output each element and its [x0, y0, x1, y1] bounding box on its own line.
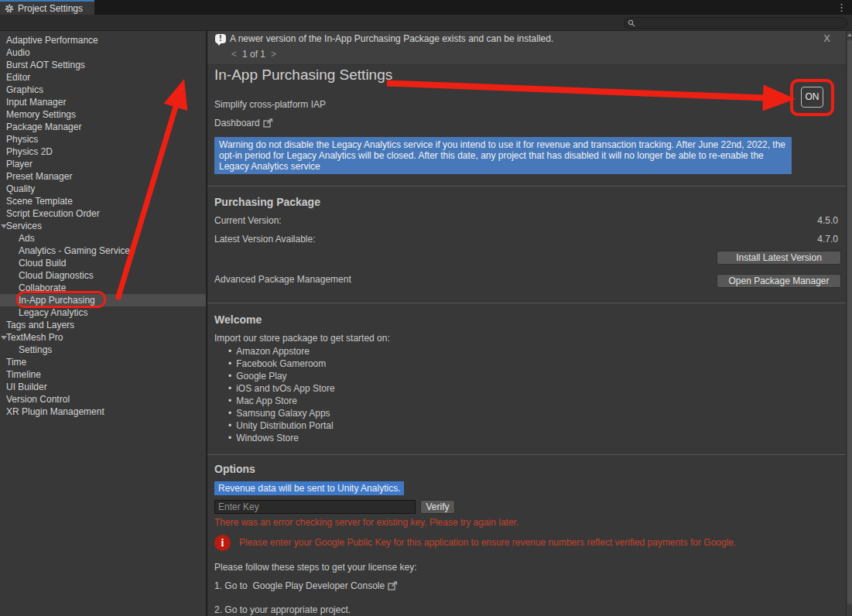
sidebar-item-adaptive-performance[interactable]: Adaptive Performance: [0, 34, 206, 46]
google-play-console-link[interactable]: Google Play Developer Console: [252, 580, 385, 591]
sidebar-item-label: Physics: [6, 134, 38, 145]
sidebar-item-textmesh-pro[interactable]: TextMesh Pro: [0, 331, 206, 344]
sidebar-item-physics-2d[interactable]: Physics 2D: [0, 145, 206, 158]
sidebar-item-label: TextMesh Pro: [6, 332, 63, 343]
page-title: In-App Purchasing Settings: [214, 67, 392, 84]
sidebar-item-ui-builder[interactable]: UI Builder: [0, 381, 206, 393]
sidebar-item-label: Burst AOT Settings: [6, 60, 85, 70]
sidebar-item-preset-manager[interactable]: Preset Manager: [0, 170, 206, 183]
sidebar-item-physics[interactable]: Physics: [0, 133, 206, 145]
sidebar-item-collaborate[interactable]: Collaborate: [0, 282, 206, 294]
revenue-analytics-note: Revenue data will be sent to Unity Analy…: [214, 481, 404, 495]
sidebar-item-label: Graphics: [6, 84, 43, 95]
banner-close-icon[interactable]: X: [823, 33, 830, 44]
sidebar-item-label: Settings: [19, 344, 52, 355]
kebab-menu-icon[interactable]: ⋮: [837, 1, 847, 14]
pager-prev-icon[interactable]: <: [231, 49, 237, 60]
sidebar-item-quality[interactable]: Quality: [0, 183, 206, 195]
sidebar-item-label: Input Manager: [6, 97, 66, 108]
sidebar-item-package-manager[interactable]: Package Manager: [0, 121, 206, 133]
google-key-note: Please enter your Google Public Key for …: [239, 537, 835, 548]
sidebar-item-cloud-build[interactable]: Cloud Build: [0, 257, 206, 269]
license-steps-intro: Please follow these steps to get your li…: [214, 562, 416, 573]
section-divider: [207, 303, 846, 303]
store-list-item: Unity Distribution Portal: [228, 419, 335, 432]
welcome-intro: Import our store package to get started …: [214, 333, 390, 344]
sidebar-item-memory-settings[interactable]: Memory Settings: [0, 108, 206, 121]
tab-title: Project Settings: [18, 3, 83, 14]
advanced-package-management-label: Advanced Package Management: [214, 274, 351, 285]
latest-version-value: 4.7.0: [817, 234, 838, 245]
install-latest-version-button[interactable]: Install Latest Version: [717, 251, 841, 265]
sidebar-item-label: Cloud Diagnostics: [19, 270, 94, 281]
key-check-error-text: There was an error checking server for e…: [214, 517, 518, 528]
sidebar-item-label: Package Manager: [6, 121, 81, 132]
sidebar-item-label: Preset Manager: [6, 171, 72, 182]
sidebar-item-services[interactable]: Services: [0, 220, 206, 232]
sidebar-item-label: Legacy Analytics: [19, 307, 87, 318]
sidebar-item-label: Script Execution Order: [6, 208, 100, 219]
store-list-item: Mac App Store: [228, 395, 335, 407]
sidebar-item-label: Cloud Build: [19, 258, 66, 269]
sidebar-item-label: Physics 2D: [6, 146, 53, 157]
sidebar-item-label: XR Plugin Management: [6, 406, 104, 417]
sidebar-item-settings[interactable]: Settings: [0, 344, 206, 356]
main-panel: [207, 31, 846, 616]
sidebar-item-scene-template[interactable]: Scene Template: [0, 195, 206, 207]
google-key-input[interactable]: [214, 500, 416, 514]
tab-project-settings[interactable]: Project Settings: [0, 0, 94, 15]
sidebar-item-tags-and-layers[interactable]: Tags and Layers: [0, 319, 206, 331]
store-list-item: iOS and tvOs App Store: [228, 382, 335, 395]
verify-button[interactable]: Verify: [420, 500, 455, 514]
project-settings-window: Project Settings ⋮ Adaptive PerformanceA…: [0, 0, 852, 616]
section-divider: [207, 454, 846, 455]
sidebar-item-label: Quality: [6, 183, 35, 194]
sidebar-item-label: Player: [6, 159, 33, 169]
store-list-item: Amazon Appstore: [228, 345, 335, 358]
sidebar-item-label: Analytics - Gaming Services: [19, 245, 135, 256]
sidebar-item-analytics-gaming-services[interactable]: Analytics - Gaming Services: [0, 245, 206, 257]
sidebar-item-in-app-purchasing[interactable]: In-App Purchasing: [0, 294, 206, 306]
scroll-up-icon[interactable]: [847, 33, 852, 36]
sidebar-item-timeline[interactable]: Timeline: [0, 368, 206, 381]
sidebar-item-label: Adaptive Performance: [6, 35, 98, 46]
current-version-label: Current Version:: [214, 215, 282, 226]
welcome-heading: Welcome: [214, 313, 262, 326]
sidebar-item-label: Services: [6, 221, 42, 231]
external-link-icon: [388, 581, 398, 593]
sidebar-item-player[interactable]: Player: [0, 158, 206, 170]
legacy-analytics-warning: Warning do not disable the Legacy Analyt…: [214, 137, 792, 174]
dashboard-link[interactable]: Dashboard: [214, 118, 273, 130]
open-package-manager-button[interactable]: Open Package Manager: [717, 274, 841, 288]
sidebar-item-script-execution-order[interactable]: Script Execution Order: [0, 207, 206, 220]
scrollbar-thumb[interactable]: [847, 39, 852, 604]
sidebar-item-xr-plugin-management[interactable]: XR Plugin Management: [0, 406, 206, 418]
sidebar-item-version-control[interactable]: Version Control: [0, 393, 206, 406]
sidebar-item-label: UI Builder: [6, 382, 47, 392]
pager-next-icon[interactable]: >: [271, 49, 276, 60]
sidebar-item-legacy-analytics[interactable]: Legacy Analytics: [0, 306, 206, 319]
search-icon: [628, 19, 635, 27]
search-box[interactable]: [624, 17, 847, 29]
foldout-triangle-icon[interactable]: [1, 224, 7, 228]
sidebar-item-label: In-App Purchasing: [19, 295, 95, 306]
step-2: 2. Go to your appropriate project.: [214, 604, 351, 615]
store-list-item: Facebook Gameroom: [228, 358, 335, 370]
iap-toggle-on-button[interactable]: ON: [801, 87, 823, 108]
sidebar-item-label: Editor: [6, 72, 30, 83]
sidebar-item-graphics[interactable]: Graphics: [0, 84, 206, 96]
banner-pager: < 1 of 1 >: [231, 49, 276, 60]
sidebar-item-label: Scene Template: [6, 196, 73, 207]
search-input[interactable]: [635, 19, 837, 28]
vertical-scrollbar[interactable]: [846, 31, 852, 616]
foldout-triangle-icon[interactable]: [1, 336, 7, 340]
section-divider: [207, 186, 846, 187]
sidebar-item-time[interactable]: Time: [0, 356, 206, 368]
sidebar-item-audio[interactable]: Audio: [0, 46, 206, 59]
banner-message: A newer version of the In-App Purchasing…: [230, 33, 553, 44]
sidebar-item-editor[interactable]: Editor: [0, 71, 206, 84]
sidebar-item-input-manager[interactable]: Input Manager: [0, 96, 206, 108]
sidebar-item-burst-aot-settings[interactable]: Burst AOT Settings: [0, 59, 206, 71]
sidebar-item-ads[interactable]: Ads: [0, 232, 206, 245]
sidebar-item-cloud-diagnostics[interactable]: Cloud Diagnostics: [0, 269, 206, 282]
